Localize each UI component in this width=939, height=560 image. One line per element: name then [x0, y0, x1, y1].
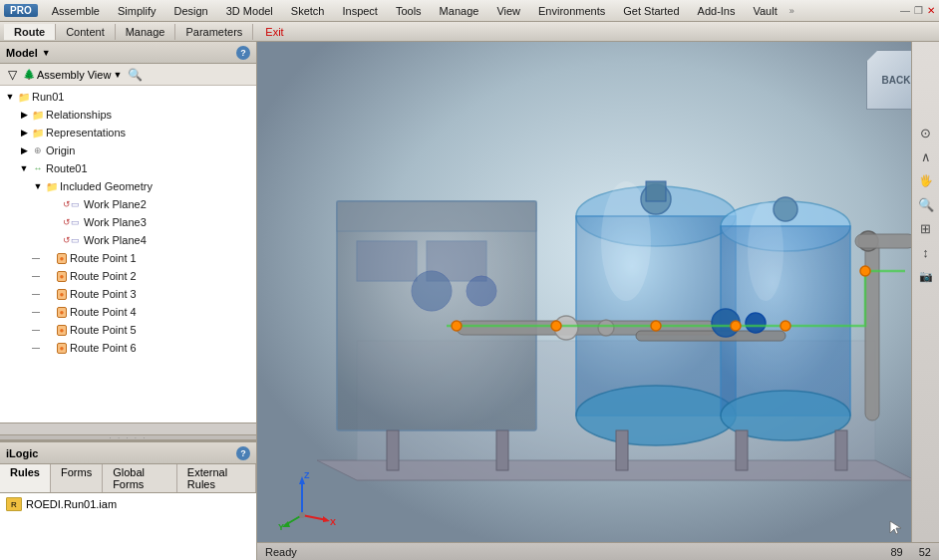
tree-label-routepoint5: Route Point 5	[70, 324, 137, 336]
menu-tools[interactable]: Tools	[388, 3, 430, 19]
svg-point-38	[781, 321, 790, 331]
tree-item-run01[interactable]: ▼📁Run01	[0, 88, 256, 106]
ilogic-help-button[interactable]: ?	[236, 446, 250, 460]
tab-exit[interactable]: Exit	[257, 24, 291, 40]
search-icon[interactable]: 🔍	[124, 66, 147, 84]
tree-label-routepoint1: Route Point 1	[70, 252, 137, 264]
zoom-window-tool[interactable]: ↕	[915, 241, 937, 263]
tab-parameters[interactable]: Parameters	[175, 24, 253, 40]
tree-item-routepoint4[interactable]: ●Route Point 4	[0, 303, 256, 321]
assembly-view-dropdown[interactable]: ▼	[113, 70, 122, 80]
menu-assemble[interactable]: Assemble	[44, 3, 108, 19]
pan-tool[interactable]: 🖐	[915, 169, 937, 191]
menu-sketch[interactable]: Sketch	[283, 3, 333, 19]
tree-line-indicator	[32, 348, 40, 349]
ilogic-panel: iLogic ? Rules Forms Global Forms Extern…	[0, 440, 256, 560]
tree-item-routepoint2[interactable]: ●Route Point 2	[0, 267, 256, 285]
tree-label-relationships: Relationships	[46, 109, 112, 121]
window-close[interactable]: ✕	[927, 5, 935, 16]
ilogic-tab-global-forms[interactable]: Global Forms	[103, 464, 177, 492]
tree-expand-origin[interactable]: ▶	[18, 144, 30, 156]
tree-item-included-geometry[interactable]: ▼📁Included Geometry	[0, 177, 256, 195]
tree-icon-workplane: ↺▭	[58, 197, 84, 211]
menu-addins[interactable]: Add-Ins	[690, 3, 744, 19]
scene-3d	[257, 42, 939, 560]
zoom-extents-tool[interactable]: ⊞	[915, 217, 937, 239]
menu-manage[interactable]: Manage	[432, 3, 487, 19]
svg-point-25	[746, 313, 766, 333]
model-help-button[interactable]: ?	[236, 46, 250, 60]
model-toolbar: ▽ 🌲 Assembly View ▼ 🔍	[0, 64, 256, 86]
tree-item-routepoint6[interactable]: ●Route Point 6	[0, 339, 256, 357]
window-restore[interactable]: ❐	[914, 5, 923, 16]
tree-icon-point: ●	[54, 251, 70, 265]
svg-rect-5	[357, 241, 417, 281]
tree-expand-routepoint2	[42, 270, 54, 282]
tree-icon-folder: 📁	[44, 179, 60, 193]
tree-item-workplane2[interactable]: ↺▭Work Plane2	[0, 195, 256, 213]
filter-icon[interactable]: ▽	[4, 66, 21, 84]
tab-route[interactable]: Route	[4, 24, 56, 40]
tree-expand-representations[interactable]: ▶	[18, 127, 30, 139]
axis-svg: Z X Y	[277, 470, 337, 530]
tree-expand-run01[interactable]: ▼	[4, 91, 16, 103]
tree-item-representations[interactable]: ▶📁Representations	[0, 124, 256, 141]
svg-point-34	[452, 321, 462, 331]
menu-more-arrow[interactable]: »	[789, 6, 794, 16]
tree-icon-folder: 📁	[30, 126, 46, 140]
zoom-tool[interactable]: 🔍	[915, 193, 937, 215]
tree-item-workplane3[interactable]: ↺▭Work Plane3	[0, 213, 256, 231]
menu-inspect[interactable]: Inspect	[334, 3, 385, 19]
tree-expand-routepoint4	[42, 306, 54, 318]
svg-rect-27	[646, 181, 666, 201]
svg-text:X: X	[330, 517, 336, 527]
tree-icon: 🌲	[23, 69, 35, 80]
tree-line-indicator	[32, 330, 40, 331]
tree-label-origin: Origin	[46, 144, 75, 156]
tree-item-routepoint1[interactable]: ●Route Point 1	[0, 249, 256, 267]
ilogic-title: iLogic	[6, 447, 38, 459]
svg-marker-44	[323, 516, 330, 522]
tree-expand-workplane2	[46, 198, 58, 210]
svg-point-36	[651, 321, 661, 331]
menu-vault[interactable]: Vault	[745, 3, 784, 19]
tree-item-relationships[interactable]: ▶📁Relationships	[0, 106, 256, 124]
ilogic-tab-rules[interactable]: Rules	[0, 464, 51, 492]
svg-rect-21	[855, 234, 915, 248]
ilogic-tabs: Rules Forms Global Forms External Rules	[0, 464, 256, 493]
tree-expand-route01[interactable]: ▼	[18, 162, 30, 174]
status-bar: Ready 89 52	[257, 542, 939, 560]
menu-3dmodel[interactable]: 3D Model	[218, 3, 281, 19]
window-minimize[interactable]: —	[900, 5, 910, 16]
tree-item-routepoint5[interactable]: ●Route Point 5	[0, 321, 256, 339]
viewport[interactable]: BACK ⊙ ∧ 🖐 🔍 ⊞ ↕ 📷 Z	[257, 42, 939, 560]
tree-expand-workplane3	[46, 216, 58, 228]
menu-environments[interactable]: Environments	[530, 3, 613, 19]
tree-icon-point: ●	[54, 287, 70, 301]
tab-manage[interactable]: Manage	[116, 24, 176, 40]
camera-tool[interactable]: 📷	[915, 265, 937, 287]
tab-content[interactable]: Content	[56, 24, 116, 40]
rule-item[interactable]: R ROEDI.Run01.iam	[2, 495, 254, 513]
viewport-canvas[interactable]: BACK ⊙ ∧ 🖐 🔍 ⊞ ↕ 📷 Z	[257, 42, 939, 560]
orbit-tool[interactable]: ⊙	[915, 122, 937, 143]
tree-icon-point: ●	[54, 323, 70, 337]
menu-simplify[interactable]: Simplify	[110, 3, 164, 19]
assembly-view-label: Assembly View	[37, 69, 111, 81]
ilogic-tab-external-rules[interactable]: External Rules	[177, 464, 256, 492]
look-at-tool[interactable]: ∧	[915, 145, 937, 167]
menu-design[interactable]: Design	[165, 3, 215, 19]
ilogic-tab-forms[interactable]: Forms	[51, 464, 103, 492]
left-panel: Model ▼ ? ▽ 🌲 Assembly View ▼ 🔍 ▼📁Run01▶…	[0, 42, 257, 560]
svg-rect-32	[736, 430, 748, 470]
tree-expand-relationships[interactable]: ▶	[18, 109, 30, 121]
svg-rect-18	[636, 331, 785, 341]
tree-item-origin[interactable]: ▶⊕Origin	[0, 141, 256, 159]
menu-view[interactable]: View	[488, 3, 528, 19]
tree-item-route01[interactable]: ▼↔Route01	[0, 159, 256, 177]
tree-item-workplane4[interactable]: ↺▭Work Plane4	[0, 231, 256, 249]
tree-expand-included-geometry[interactable]: ▼	[32, 180, 44, 192]
tree-item-routepoint3[interactable]: ●Route Point 3	[0, 285, 256, 303]
menu-getstarted[interactable]: Get Started	[615, 3, 687, 19]
model-dropdown-arrow[interactable]: ▼	[42, 48, 51, 58]
